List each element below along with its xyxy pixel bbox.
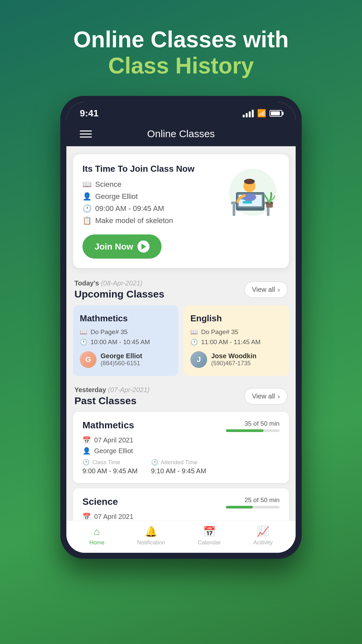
past-section-left: Yesterday (07-Apr-2021) Past Classes [74, 386, 149, 407]
book-icon: 📖 [82, 180, 91, 189]
past-math-times: 🕐 Class Time 9:00 AM - 9:45 AM 🕐 Attende… [82, 459, 280, 475]
george-avatar: G [80, 351, 97, 368]
past-math-attended-value: 9:10 AM - 9:45 AM [151, 467, 206, 475]
person-icon: 👤 [82, 192, 91, 201]
join-card-subject: Science [95, 180, 121, 189]
past-science-date: 07 April 2021 [94, 513, 133, 521]
bottom-nav-notification[interactable]: 🔔 Notification [137, 526, 165, 546]
past-math-progress-bar [226, 429, 280, 432]
join-class-card: Its Time To Join Class Now 📖 Science 👤 G… [73, 154, 289, 268]
past-date-value: (07-Apr-2021) [108, 386, 149, 393]
upcoming-section-title: Upcoming Classes [74, 288, 164, 300]
svg-rect-8 [243, 201, 252, 204]
math-teacher-name: George Elliot [101, 352, 142, 360]
signal-icon [243, 110, 254, 117]
math-teacher-info: George Elliot (884)560-6151 [101, 352, 142, 367]
past-section-header: Yesterday (07-Apr-2021) Past Classes Vie… [66, 383, 296, 412]
past-math-date-row: 📅 07 April 2021 [82, 436, 280, 444]
english-class-name: English [190, 313, 282, 324]
svg-point-10 [244, 179, 255, 184]
past-science-name: Science [82, 496, 118, 507]
upcoming-view-all-label: View all [252, 286, 275, 293]
past-math-card: Mathmetics 35 of 50 min 📅 07 April 2021 … [73, 412, 289, 483]
math-class-card: Mathmetics 📖 Do Page# 35 🕐 10:00 AM - 10… [73, 305, 178, 376]
calendar-label: Calendar [198, 539, 221, 546]
english-teacher-name: Jose Woodkin [211, 352, 256, 360]
book-icon-english: 📖 [190, 328, 198, 336]
math-class-name: Mathmetics [80, 313, 172, 324]
join-now-button[interactable]: Join Now [82, 234, 162, 259]
calendar-icon-past-science: 📅 [82, 513, 91, 521]
status-time: 9:41 [80, 108, 99, 119]
headline-line2: Class History [73, 52, 289, 79]
english-task-row: 📖 Do Page# 35 [190, 328, 282, 336]
math-teacher-phone: (884)560-6151 [101, 360, 142, 367]
clock-icon-math: 🕐 [80, 338, 87, 346]
bottom-nav-home[interactable]: ⌂ Home [89, 526, 104, 546]
phone-screen: 9:41 📶 Online Classes [66, 102, 296, 553]
calendar-icon-nav: 📅 [203, 526, 216, 537]
home-icon: ⌂ [94, 526, 100, 537]
join-card-description: Make model of skeleton [95, 216, 173, 225]
math-time-row: 🕐 10:00 AM - 10:45 AM [80, 338, 172, 346]
past-math-attended-label: 🕐 Attended Time [151, 459, 206, 466]
join-card-info: Its Time To Join Class Now 📖 Science 👤 G… [82, 164, 213, 259]
calendar-icon-past-math: 📅 [82, 436, 91, 444]
upcoming-classes-row: Mathmetics 📖 Do Page# 35 🕐 10:00 AM - 10… [66, 305, 296, 383]
wifi-icon: 📶 [257, 109, 266, 118]
math-teacher-row: G George Elliot (884)560-6151 [80, 351, 172, 368]
notification-icon: 🔔 [145, 526, 157, 537]
past-math-name: Mathmetics [82, 420, 134, 431]
clock-icon-class-time: 🕐 [82, 459, 89, 466]
past-math-class-time-label: 🕐 Class Time [82, 459, 138, 466]
past-math-progress-fill [226, 429, 263, 432]
play-icon [137, 240, 149, 253]
join-card-teacher-row: 👤 George Elliot [82, 192, 213, 201]
jose-avatar: J [190, 351, 207, 368]
past-math-header: Mathmetics 35 of 50 min [82, 420, 280, 432]
past-science-header: Science 25 of 50 min [82, 496, 280, 508]
activity-icon: 📈 [257, 526, 269, 537]
join-card-desc-row: 📋 Make model of skeleton [82, 216, 213, 225]
math-task-row: 📖 Do Page# 35 [80, 328, 172, 336]
past-math-progress-label: 35 of 50 min [226, 420, 280, 427]
app-nav-bar: Online Classes [66, 122, 296, 146]
book-icon-math: 📖 [80, 328, 87, 336]
person-icon-past-math: 👤 [82, 447, 91, 455]
clock-icon-english: 🕐 [190, 338, 198, 346]
math-task: Do Page# 35 [90, 328, 128, 336]
english-teacher-row: J Jose Woodkin (590)467-1735 [190, 351, 282, 368]
past-date: Yesterday (07-Apr-2021) [74, 386, 149, 394]
bottom-nav-activity[interactable]: 📈 Acitivity [253, 526, 273, 546]
bottom-nav-calendar[interactable]: 📅 Calendar [198, 526, 221, 546]
battery-icon [269, 110, 282, 117]
past-science-progress: 25 of 50 min [226, 496, 280, 508]
past-science-date-row: 📅 07 April 2021 [82, 513, 280, 521]
join-btn-label: Join Now [95, 241, 133, 252]
bottom-nav: ⌂ Home 🔔 Notification 📅 Calendar 📈 Aciti… [66, 521, 296, 553]
clock-icon-attended: 🕐 [151, 459, 158, 466]
english-task: Do Page# 35 [201, 328, 238, 336]
past-math-class-time-group: 🕐 Class Time 9:00 AM - 9:45 AM [82, 459, 138, 475]
past-math-teacher-row: 👤 George Elliot [82, 447, 280, 455]
past-view-all-button[interactable]: View all › [244, 388, 288, 405]
upcoming-date-value: (08-Apr-2021) [101, 279, 142, 287]
math-time: 10:00 AM - 10:45 AM [90, 338, 150, 346]
join-card-time-row: 🕐 09:00 AM - 09:45 AM [82, 204, 213, 213]
past-day-label: Yesterday [74, 386, 106, 393]
headline-line1: Online Classes with [73, 27, 289, 52]
past-math-teacher: George Elliot [94, 447, 133, 455]
english-class-card: English 📖 Do Page# 35 🕐 11:00 AM - 11:45… [184, 305, 289, 376]
notification-label: Notification [137, 539, 165, 546]
status-icons: 📶 [243, 109, 282, 118]
content-area[interactable]: Its Time To Join Class Now 📖 Science 👤 G… [66, 146, 296, 521]
home-label: Home [89, 539, 104, 546]
headline-section: Online Classes with Class History [60, 0, 302, 96]
svg-rect-2 [233, 204, 235, 216]
hamburger-menu[interactable] [80, 130, 92, 138]
join-card-teacher: George Elliot [95, 192, 138, 201]
upcoming-view-all-button[interactable]: View all › [244, 281, 288, 298]
status-bar: 9:41 📶 [66, 102, 296, 122]
chevron-right-icon: › [278, 286, 280, 293]
past-view-all-label: View all [252, 392, 275, 400]
